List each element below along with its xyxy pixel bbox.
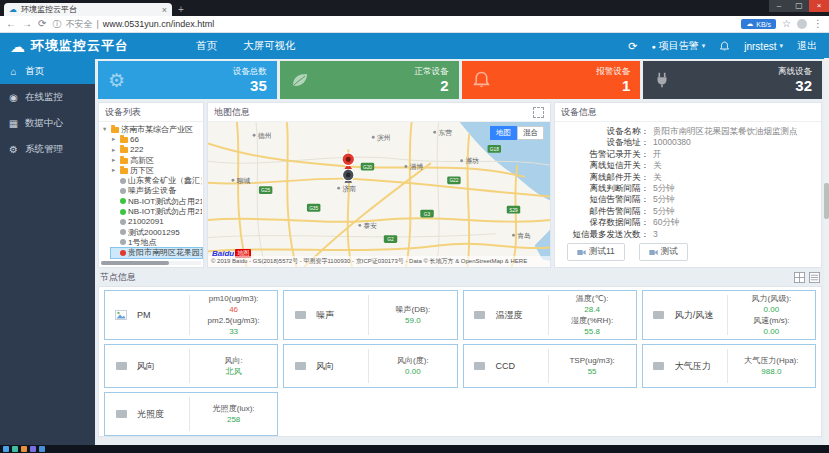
- tree-device[interactable]: NB-IOT测试勿占用21: [111, 206, 202, 216]
- field-value: 5分钟: [649, 194, 815, 205]
- caret-right-icon[interactable]: ▸: [112, 146, 118, 154]
- stat-value: 32: [778, 78, 812, 94]
- tree-device-label: NB-IOT测试勿占用21: [128, 206, 202, 216]
- field-value: 开: [649, 149, 815, 160]
- scrollbar-thumb[interactable]: [824, 183, 829, 219]
- stat-card-normal-devices[interactable]: 正常设备 2: [280, 61, 459, 99]
- maximize-button[interactable]: ▢: [789, 0, 809, 12]
- project-alarm-dropdown[interactable]: ● 项目告警 ▾: [652, 39, 706, 53]
- node-icon: [464, 362, 496, 370]
- device-tree: ▾ 济南市某综合产业区 ▸ 66: [99, 122, 203, 260]
- bell-icon: [472, 71, 491, 89]
- map-city-label: 聊城: [237, 177, 251, 185]
- notification-bell-icon[interactable]: [719, 41, 730, 52]
- tree-device[interactable]: 测试20001295: [111, 227, 202, 237]
- node-name: 风向: [316, 360, 368, 373]
- nodes-panel: PM pm10(ug/m3): 46 pm2.5(ug/m3):: [98, 286, 822, 437]
- app-title: 环境监控云平台: [31, 37, 129, 55]
- stat-card-offline-devices[interactable]: 离线设备 32: [643, 61, 822, 99]
- browser-profile-avatar[interactable]: [797, 19, 807, 29]
- sidebar-item[interactable]: ▦ 数据中心 ▾: [0, 110, 95, 136]
- metric: 大气压力(Hpa): 988.0: [728, 355, 815, 377]
- back-icon[interactable]: ←: [6, 19, 16, 29]
- logout-button[interactable]: 退出: [797, 39, 817, 53]
- sidebar-item-icon: ⚙: [8, 144, 19, 155]
- refresh-icon[interactable]: ⟳: [628, 40, 637, 53]
- device-list-title: 设备列表: [105, 103, 141, 121]
- top-nav-item[interactable]: 大屏可视化: [243, 39, 296, 53]
- bookmark-star-icon[interactable]: ☆: [782, 19, 791, 29]
- tree-folder[interactable]: ▸ 222: [111, 145, 202, 155]
- taskbar-app-icon[interactable]: [39, 446, 45, 452]
- sidebar-item-label: 首页: [25, 65, 44, 78]
- tree-device[interactable]: 1号地点: [111, 237, 202, 247]
- road-shield-label: G22: [449, 178, 458, 183]
- tree-root-label: 济南市某综合产业区: [121, 124, 193, 134]
- tree-device-label: 噪声扬尘设备: [128, 186, 176, 196]
- tree-folder[interactable]: ▸ 66: [111, 134, 202, 144]
- reload-icon[interactable]: ⟳: [38, 19, 46, 29]
- tree-device[interactable]: 10002388: [111, 258, 202, 260]
- caret-down-icon[interactable]: ▾: [103, 125, 109, 133]
- tree-device[interactable]: 噪声扬尘设备: [111, 186, 202, 196]
- tree-folder[interactable]: ▸ 历下区: [111, 165, 202, 175]
- close-window-button[interactable]: ×: [809, 0, 829, 12]
- caret-right-icon[interactable]: ▸: [112, 166, 118, 174]
- node-name: 大气压力: [675, 360, 727, 373]
- sidebar-item[interactable]: ⌂ 首页 ▾: [0, 58, 95, 84]
- minimize-button[interactable]: –: [769, 0, 789, 12]
- taskbar-app-icon[interactable]: [12, 446, 18, 452]
- browser-tab[interactable]: ☁ 环境监控云平台 ×: [4, 3, 172, 16]
- metric-label: 大气压力(Hpa):: [728, 355, 815, 366]
- tree-device[interactable]: NB-IOT测试勿占用21: [111, 196, 202, 206]
- test-button-1[interactable]: 测试11: [567, 243, 625, 261]
- node-card: 大气压力 大气压力(Hpa): 988.0: [642, 344, 816, 388]
- field-value: 关: [649, 160, 815, 171]
- metric: 风向: 北风: [190, 355, 277, 377]
- tree-folder[interactable]: ▸ 高新区: [111, 155, 202, 165]
- device-info-panel: 设备信息 设备名称： 贵阳市南明区花果园某餐饮油烟监测点 设备地址： 10000…: [554, 102, 822, 268]
- tree-horizontal-scrollbar[interactable]: [101, 261, 201, 265]
- tree-device[interactable]: 21002091: [111, 217, 202, 227]
- security-icon: ⓘ: [52, 18, 61, 31]
- tree-device[interactable]: 山东黄金矿业（鑫汇）: [111, 175, 202, 185]
- caret-right-icon[interactable]: ▸: [112, 135, 118, 143]
- forward-icon[interactable]: →: [22, 19, 32, 29]
- map-type-button[interactable]: 地图: [490, 126, 517, 140]
- start-button-icon[interactable]: [3, 446, 9, 452]
- metric-label: pm10(ug/m3):: [190, 293, 277, 304]
- list-view-icon[interactable]: [809, 272, 820, 283]
- fullscreen-icon[interactable]: [533, 107, 544, 118]
- download-speed-badge[interactable]: ☁ KB/s: [741, 19, 776, 29]
- node-metrics: 温度(℃): 28.4 湿度(%RH): 55.8: [549, 291, 636, 339]
- caret-right-icon[interactable]: ▸: [112, 156, 118, 164]
- tree-root[interactable]: ▾ 济南市某综合产业区: [102, 124, 202, 134]
- sidebar-item[interactable]: ⚙ 系统管理 ▾: [0, 136, 95, 162]
- test-button-2[interactable]: 测试: [639, 243, 688, 261]
- grid-view-icon[interactable]: [794, 272, 805, 283]
- sidebar-item[interactable]: ◉ 在线监控 ▾: [0, 84, 95, 110]
- page-scrollbar[interactable]: [824, 58, 829, 445]
- top-nav: 首页 大屏可视化: [196, 39, 296, 53]
- field-label: 告警记录开关：: [557, 149, 649, 160]
- browser-menu-icon[interactable]: ⋮: [813, 19, 823, 29]
- stat-card-total-devices[interactable]: ⚙ 设备总数 35: [98, 61, 277, 99]
- taskbar-app-icon[interactable]: [30, 446, 36, 452]
- taskbar-app-icon[interactable]: [21, 446, 27, 452]
- field-label: 短信告警间隔：: [557, 194, 649, 205]
- tree-device[interactable]: 贵阳市南明区花果园某: [111, 248, 202, 258]
- new-tab-button[interactable]: +: [178, 4, 184, 15]
- address-input[interactable]: ⓘ 不安全 | www.0531yun.cn/index.html: [52, 18, 735, 31]
- map-canvas[interactable]: G20G35G2G3G22G18G25S29 德州聊城滨州东营淄博潍坊济南泰安青…: [208, 122, 550, 267]
- tab-close-icon[interactable]: ×: [162, 5, 167, 15]
- map-type-button[interactable]: 混合: [517, 126, 544, 140]
- node-metrics: 风力(风级): 0.00 风速(m/s): 0.00: [728, 291, 815, 339]
- node-metrics: 大气压力(Hpa): 988.0: [728, 353, 815, 379]
- stat-card-alarm-devices[interactable]: 报警设备 1: [462, 61, 641, 99]
- tree-device-label: 10002388: [128, 259, 164, 261]
- stat-label: 设备总数: [233, 66, 267, 78]
- top-nav-item[interactable]: 首页: [196, 39, 217, 53]
- node-metrics: TSP(ug/m3): 55: [549, 353, 636, 379]
- scrollbar-thumb[interactable]: [101, 261, 169, 265]
- user-dropdown[interactable]: jnrstest ▾: [744, 41, 783, 52]
